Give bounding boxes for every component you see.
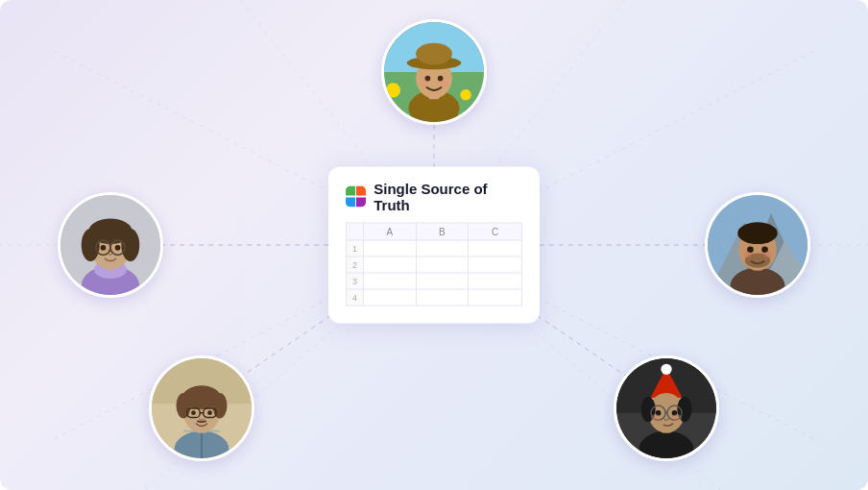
app-logo (346, 186, 366, 208)
svg-point-27 (421, 81, 428, 88)
svg-point-53 (744, 252, 752, 259)
cell-b4 (416, 289, 469, 306)
svg-point-86 (673, 414, 682, 423)
svg-point-41 (115, 245, 121, 251)
svg-point-85 (651, 414, 660, 423)
logo-quadrant-tl (346, 186, 355, 196)
avatar-top-image (384, 22, 484, 122)
svg-point-54 (764, 252, 772, 259)
avatar-right-image (708, 195, 808, 295)
cell-c3 (469, 273, 522, 289)
logo-quadrant-bl (346, 197, 355, 207)
avatar-bottom-right-image (616, 358, 716, 458)
cell-a1 (364, 240, 417, 257)
cell-b2 (416, 257, 469, 273)
cell-b3 (416, 273, 469, 289)
logo-quadrant-br (356, 197, 366, 207)
cell-a2 (364, 257, 417, 273)
sheet-row-2: 2 (347, 257, 522, 273)
sheet-header-row: A B C (347, 223, 522, 240)
svg-point-17 (386, 83, 400, 97)
sheet-row-3: 3 (347, 273, 522, 289)
svg-point-40 (101, 245, 107, 251)
avatar-bottom-left-image (152, 358, 252, 458)
cell-a4 (364, 289, 417, 306)
card-header: Single Source of Truth (346, 181, 522, 213)
svg-point-24 (416, 43, 452, 65)
svg-point-25 (425, 76, 431, 82)
card-title: Single Source of Truth (374, 181, 522, 213)
svg-point-28 (441, 81, 448, 88)
center-card: Single Source of Truth A B C 1 (328, 167, 540, 324)
col-a-header: A (364, 223, 417, 240)
svg-point-68 (191, 410, 196, 415)
scene: Single Source of Truth A B C 1 (0, 0, 868, 490)
sheet-row-4: 4 (347, 289, 522, 306)
cell-c1 (469, 240, 522, 257)
logo-quadrant-tr (356, 186, 366, 196)
avatar-right (705, 192, 810, 298)
avatar-left-image (60, 195, 160, 295)
col-c-header: C (469, 223, 522, 240)
avatar-bottom-right (614, 355, 719, 461)
cell-a3 (364, 273, 417, 289)
spreadsheet: A B C 1 2 3 (346, 223, 522, 306)
svg-point-69 (207, 410, 212, 415)
row-num-3: 3 (347, 273, 364, 289)
col-b-header: B (416, 223, 469, 240)
row-num-header (347, 223, 364, 240)
svg-point-64 (212, 393, 227, 418)
svg-point-18 (460, 89, 470, 100)
sheet-row-1: 1 (347, 240, 522, 257)
svg-point-63 (177, 393, 191, 418)
cell-c2 (469, 257, 522, 273)
row-num-2: 2 (347, 257, 364, 273)
svg-point-26 (438, 76, 444, 82)
svg-point-49 (737, 222, 778, 244)
cell-b1 (416, 240, 469, 257)
avatar-top (381, 19, 487, 125)
svg-point-74 (661, 364, 671, 375)
avatar-bottom-left (149, 355, 254, 461)
row-num-1: 1 (347, 240, 364, 257)
cell-c4 (469, 289, 522, 306)
avatar-left (58, 192, 163, 298)
row-num-4: 4 (347, 289, 364, 306)
